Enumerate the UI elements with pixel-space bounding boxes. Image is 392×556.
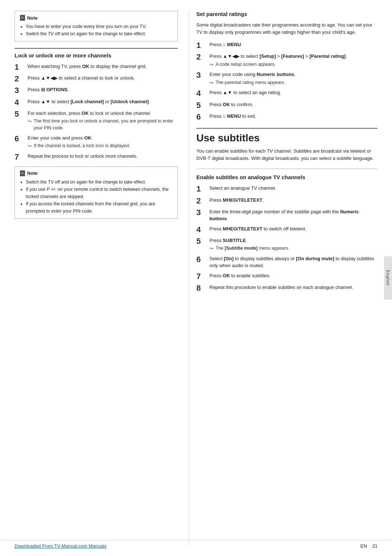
section-divider-subtitles — [196, 128, 377, 129]
analogue-step-content-7: Press OK to enable subtitles. — [209, 272, 377, 279]
lock-step-content-1: When watching TV, press OK to display th… — [28, 63, 178, 70]
note-item-1-1: You have to enter your code every time y… — [26, 23, 172, 30]
analogue-step-content-3: Enter the three-digit page number of the… — [209, 208, 377, 222]
analogue-step-4: 4 Press MHEG/TELETEXT to switch off tele… — [196, 225, 377, 234]
parental-step-num-3: 3 — [196, 71, 207, 80]
lock-step-4: 4 Press ▲▼ to select [Lock channel] or [… — [15, 98, 178, 107]
lock-step-num-6: 6 — [15, 134, 25, 143]
note-item-2-1: Switch the TV off and on again for the c… — [26, 178, 172, 186]
footer-en: EN — [360, 543, 367, 549]
analogue-step-8: 8 Repeat this procedure to enable subtit… — [196, 284, 377, 293]
lock-step-1: 1 When watching TV, press OK to display … — [15, 63, 178, 72]
note-box-1: ≡ Note You have to enter your code every… — [15, 11, 178, 41]
analogue-section-title: Enable subtitles on analogue TV channels — [196, 174, 377, 180]
parental-step-content-6: Press ⌂ MENU to exit. — [209, 113, 377, 120]
analogue-step-num-4: 4 — [196, 225, 207, 234]
parental-step-num-2: 2 — [196, 53, 207, 61]
lock-step-3: 3 Press ⊟ OPTIONS. — [15, 86, 178, 95]
lock-step-7: 7 Repeat the process to lock or unlock m… — [15, 153, 178, 161]
lock-step-5: 5 For each selection, press OK to lock o… — [15, 110, 178, 132]
parental-step-1: 1 Press ⌂ MENU. — [196, 41, 377, 50]
analogue-step-5: 5 Press SUBTITLE. ↪ The [Subtitle mode] … — [196, 237, 377, 252]
note-label-2: Note — [27, 170, 38, 176]
lock-step-2: 2 Press ▲▼◀▶ to select a channel to lock… — [15, 74, 178, 83]
analogue-step-6: 6 Select [On] to display subtitles alway… — [196, 255, 377, 269]
parental-step-2: 2 Press ▲▼◀▶ to select [Setup] > [Featur… — [196, 53, 377, 68]
parental-step-content-3: Enter your code using Numeric buttons. ↪… — [209, 71, 377, 86]
footer-link[interactable]: Downloaded From TV-Manual.com Manuals — [15, 543, 106, 549]
side-tab: English — [384, 256, 392, 300]
analogue-step-num-5: 5 — [196, 237, 207, 246]
analogue-step-content-6: Select [On] to display subtitles always … — [209, 255, 377, 269]
note-list-1: You have to enter your code every time y… — [20, 23, 172, 37]
parental-step-num-1: 1 — [196, 41, 207, 50]
divider-analogue — [196, 169, 377, 169]
lock-section-title: Lock or unlock one or more channels — [15, 48, 178, 59]
analogue-step-num-6: 6 — [196, 255, 207, 264]
analogue-step-num-7: 7 — [196, 272, 207, 281]
note-box-2: ≡ Note Switch the TV off and on again fo… — [15, 166, 178, 219]
analogue-step-content-1: Select an analogue TV channel. — [209, 185, 377, 192]
lock-step-content-3: Press ⊟ OPTIONS. — [28, 86, 178, 93]
parental-step-num-4: 4 — [196, 89, 207, 98]
subtitles-section-title: Use subtitles — [196, 132, 377, 144]
note-list-2: Switch the TV off and on again for the c… — [20, 178, 172, 215]
analogue-step-3: 3 Enter the three-digit page number of t… — [196, 208, 377, 222]
lock-step-content-5: For each selection, press OK to lock or … — [28, 110, 178, 132]
parental-step-6: 6 Press ⌂ MENU to exit. — [196, 113, 377, 121]
analogue-step-num-3: 3 — [196, 208, 207, 217]
lock-step-num-3: 3 — [15, 86, 25, 95]
note-header-2: ≡ Note — [20, 170, 172, 176]
analogue-step-7: 7 Press OK to enable subtitles. — [196, 272, 377, 281]
parental-step-3: 3 Enter your code using Numeric buttons.… — [196, 71, 377, 86]
note-item-2-2: If you use P +/- on your remote control … — [26, 186, 172, 200]
note-item-1-2: Switch the TV off and on again for the c… — [26, 30, 172, 37]
note-header-1: ≡ Note — [20, 15, 172, 21]
analogue-step-num-8: 8 — [196, 284, 207, 293]
lock-steps: 1 When watching TV, press OK to display … — [15, 63, 178, 161]
subtitles-intro: You can enable subtitles for each TV cha… — [196, 148, 377, 162]
lock-step-content-7: Repeat the process to lock or unlock mor… — [28, 153, 178, 160]
lock-step-content-6: Enter your code and press OK. ↪ If the c… — [28, 134, 178, 150]
lock-step-num-1: 1 — [15, 63, 25, 72]
parental-step-content-1: Press ⌂ MENU. — [209, 41, 377, 48]
analogue-steps: 1 Select an analogue TV channel. 2 Press… — [196, 185, 377, 293]
footer-page-num: 21 — [372, 543, 377, 549]
note-item-2-3: If you access the locked channels from t… — [26, 200, 172, 215]
parental-step-4: 4 Press ▲▼ to select an age rating. — [196, 89, 377, 98]
parental-step-content-2: Press ▲▼◀▶ to select [Setup] > [Features… — [209, 53, 377, 68]
parental-intro: Some digital broadcasters rate their pro… — [196, 21, 377, 36]
parental-step-num-5: 5 — [196, 101, 207, 110]
footer-page-info: EN 21 — [360, 543, 377, 549]
parental-section-title: Set parental ratings — [196, 11, 377, 17]
parental-step-content-5: Press OK to confirm. — [209, 101, 377, 108]
note-icon-1: ≡ — [20, 15, 25, 21]
lock-step-num-7: 7 — [15, 153, 25, 161]
lock-step-num-2: 2 — [15, 74, 25, 83]
lock-step-content-2: Press ▲▼◀▶ to select a channel to lock o… — [28, 74, 178, 82]
lock-step-content-4: Press ▲▼ to select [Lock channel] or [Un… — [28, 98, 178, 105]
analogue-step-content-2: Press MHEG/TELETEXT. — [209, 197, 377, 204]
lock-step-6: 6 Enter your code and press OK. ↪ If the… — [15, 134, 178, 150]
lock-step-num-4: 4 — [15, 98, 25, 107]
analogue-step-content-4: Press MHEG/TELETEXT to switch off telete… — [209, 225, 377, 233]
lock-step-num-5: 5 — [15, 110, 25, 118]
analogue-step-content-5: Press SUBTITLE. ↪ The [Subtitle mode] me… — [209, 237, 377, 252]
parental-step-num-6: 6 — [196, 113, 207, 121]
parental-step-5: 5 Press OK to confirm. — [196, 101, 377, 110]
parental-step-content-4: Press ▲▼ to select an age rating. — [209, 89, 377, 96]
analogue-step-1: 1 Select an analogue TV channel. — [196, 185, 377, 193]
note-label-1: Note — [27, 15, 38, 21]
analogue-step-num-2: 2 — [196, 197, 207, 205]
footer: Downloaded From TV-Manual.com Manuals EN… — [0, 540, 392, 549]
analogue-step-content-8: Repeat this procedure to enable subtitle… — [209, 284, 377, 291]
parental-steps: 1 Press ⌂ MENU. 2 Press ▲▼◀▶ to select [… — [196, 41, 377, 121]
analogue-step-2: 2 Press MHEG/TELETEXT. — [196, 197, 377, 205]
note-icon-2: ≡ — [20, 170, 25, 176]
analogue-step-num-1: 1 — [196, 185, 207, 193]
